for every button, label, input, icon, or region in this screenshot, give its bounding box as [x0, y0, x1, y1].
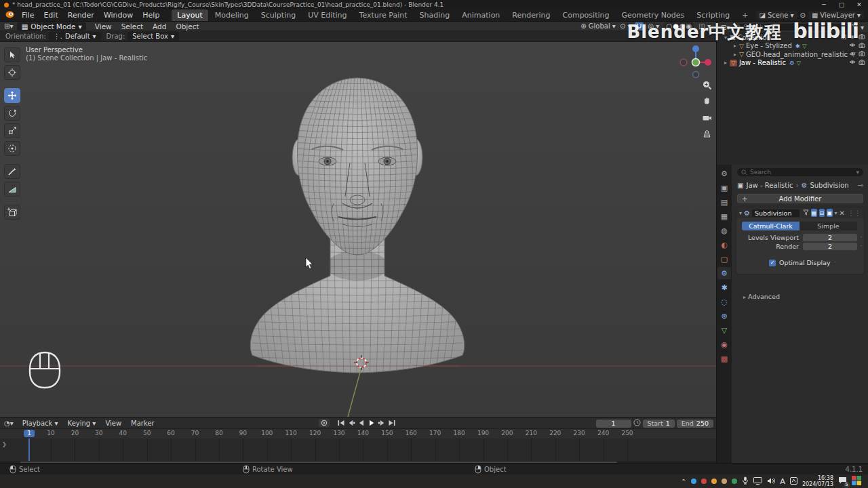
outliner-search-input[interactable]: Search	[732, 24, 849, 30]
workspace-tab-compositing[interactable]: Compositing	[557, 9, 615, 21]
blender-logo-icon[interactable]	[5, 11, 14, 20]
tool-measure[interactable]	[4, 182, 20, 197]
playhead-marker[interactable]: 1	[24, 430, 35, 437]
editor-type-icon[interactable]: ⊞▾	[4, 22, 13, 30]
workspace-tab-geometry-nodes[interactable]: Geometry Nodes	[616, 9, 690, 21]
timeline-editor-icon[interactable]: ◔▾	[4, 420, 14, 427]
volume-icon[interactable]	[767, 477, 775, 486]
menu-help[interactable]: Help	[138, 11, 164, 20]
viewlayer-selector[interactable]: ▦ViewLayer▾	[808, 11, 864, 20]
workspace-tab-uv-editing[interactable]: UV Editing	[302, 9, 352, 21]
key-next-button[interactable]	[377, 419, 386, 427]
tool-select-box[interactable]	[4, 47, 20, 62]
workspace-tab-animation[interactable]: Animation	[456, 9, 505, 21]
tray-app-tan-icon[interactable]	[722, 479, 727, 484]
workspace-tab-texture-paint[interactable]: Texture Paint	[354, 9, 413, 21]
start-frame-field[interactable]: Start1	[643, 420, 675, 428]
pin-scene-icon[interactable]: ⊙	[800, 12, 806, 19]
breadcrumb-object[interactable]: Jaw - Realistic	[746, 182, 793, 189]
zoom-icon[interactable]	[702, 80, 712, 92]
shading-solid-icon[interactable]: ●	[673, 22, 679, 30]
navigation-gizmo[interactable]	[677, 42, 714, 79]
viewport-menu-select[interactable]: Select	[117, 22, 148, 30]
animate-dot[interactable]: ·	[860, 243, 862, 249]
properties-tab-tool[interactable]: ⚙	[717, 167, 731, 180]
end-frame-field[interactable]: End250	[677, 420, 713, 428]
auto-keying-button[interactable]	[319, 419, 330, 427]
viewport-menu-object[interactable]: Object	[171, 22, 203, 30]
outliner-row[interactable]: ▸▽GEO-head_animation_realistic▽	[717, 50, 868, 59]
tray-app-green-icon[interactable]	[732, 479, 737, 484]
viewport-3d[interactable]: User Perspective (1) Scene Collection | …	[0, 42, 716, 417]
expander-icon[interactable]: ▸	[732, 43, 738, 49]
workspace-tab-layout[interactable]: Layout	[172, 9, 208, 21]
outliner-row[interactable]: ▸▽Jaw - Realistic⚙▽	[717, 59, 868, 68]
tool-move[interactable]	[4, 88, 20, 103]
workspace-tab-shading[interactable]: Shading	[414, 9, 456, 21]
taskbar-clock[interactable]: 16:38 2024/07/13	[802, 475, 833, 487]
shading-wireframe-icon[interactable]: ○	[666, 22, 672, 30]
play-button[interactable]	[367, 419, 376, 427]
minimize-button[interactable]: ─	[815, 1, 833, 8]
ime-language-indicator[interactable]: A	[780, 477, 785, 486]
expander-icon[interactable]: ▸	[732, 52, 738, 58]
tool-add-cube[interactable]	[4, 205, 20, 220]
current-frame-field[interactable]: 1	[596, 420, 631, 428]
drag-handle-icon[interactable]: ⋮⋮	[848, 209, 861, 217]
animate-dot[interactable]: ·	[834, 260, 836, 266]
menu-file[interactable]: File	[17, 11, 39, 20]
properties-tab-particles[interactable]: ✱	[717, 281, 731, 293]
proportional-edit-icon[interactable]: ◎ ▾	[648, 22, 659, 30]
scene-selector[interactable]: ◪Scene▾	[756, 11, 797, 20]
tray-app-orange-icon[interactable]	[711, 479, 717, 484]
filter-funnel-icon[interactable]	[852, 24, 858, 31]
toggle-edit-mode-icon[interactable]: ▦	[811, 209, 817, 217]
key-prev-button[interactable]	[347, 419, 355, 427]
optimal-display-row[interactable]: ✓ Optimal Display ·	[769, 259, 835, 266]
toggle-render-icon[interactable]: ▣	[827, 209, 833, 217]
tray-app-blue-icon[interactable]	[691, 479, 696, 484]
hide-eye-icon[interactable]	[849, 51, 856, 58]
modifier-name-field[interactable]: Subdivision	[752, 209, 800, 217]
workspace-tab-rendering[interactable]: Rendering	[507, 9, 555, 21]
checkbox-checked-icon[interactable]: ✓	[769, 260, 776, 266]
shading-material-icon[interactable]: ◍	[679, 22, 686, 30]
tool-transform[interactable]	[4, 141, 20, 156]
animate-dot[interactable]: ·	[860, 235, 862, 241]
timeline-menu-view[interactable]: View	[100, 420, 126, 427]
breadcrumb-modifier[interactable]: Subdivision	[810, 182, 848, 189]
hide-eye-icon[interactable]	[849, 59, 856, 66]
expander-icon[interactable]: ▸	[722, 60, 729, 66]
timeline-menu-marker[interactable]: Marker	[126, 420, 159, 427]
pin-icon[interactable]: ⊸	[858, 182, 863, 189]
timeline-menu-playback[interactable]: Playback ▾	[18, 420, 63, 427]
disable-render-camera-icon[interactable]	[859, 50, 865, 58]
timeline-ruler[interactable]: 1 10203040506070809010011012013014015016…	[0, 429, 716, 439]
timeline-track[interactable]: ❯	[0, 439, 716, 461]
outliner-row[interactable]: ▾▣Collection☑	[717, 33, 868, 42]
field-value[interactable]: 2	[803, 243, 857, 250]
tray-expand-icon[interactable]: ⌃	[681, 478, 686, 485]
add-modifier-button[interactable]: + Add Modifier	[737, 194, 863, 203]
notifications-icon[interactable]: 5	[838, 476, 847, 486]
properties-tab-view-layer[interactable]: ▦	[717, 210, 731, 222]
skip-start-button[interactable]	[336, 419, 345, 427]
expander-icon[interactable]: ▾	[722, 35, 729, 41]
ime-mode-icon[interactable]	[790, 477, 797, 486]
properties-tab-physics[interactable]: ◌	[717, 296, 731, 308]
microphone-icon[interactable]	[742, 476, 749, 486]
disable-render-camera-icon[interactable]	[859, 33, 865, 41]
tool-rotate[interactable]	[4, 106, 20, 121]
catmull-clark-button[interactable]: Catmull-Clark	[742, 222, 800, 230]
snap-magnet-icon[interactable]	[635, 22, 644, 30]
viewport-menu-add[interactable]: Add	[148, 22, 171, 30]
clock-icon[interactable]	[633, 419, 641, 428]
workspace-tab-scripting[interactable]: Scripting	[691, 9, 735, 21]
properties-tab-object[interactable]: ▢	[717, 253, 731, 265]
disable-render-camera-icon[interactable]	[859, 59, 865, 67]
workspace-tab-sculpting[interactable]: Sculpting	[256, 9, 301, 21]
drag-dropdown[interactable]: Select Box▾	[127, 32, 179, 41]
maximize-button[interactable]: □	[833, 1, 850, 8]
properties-tab-scene[interactable]: ◍	[717, 224, 731, 237]
timeline-menu-keying[interactable]: Keying ▾	[63, 420, 101, 427]
